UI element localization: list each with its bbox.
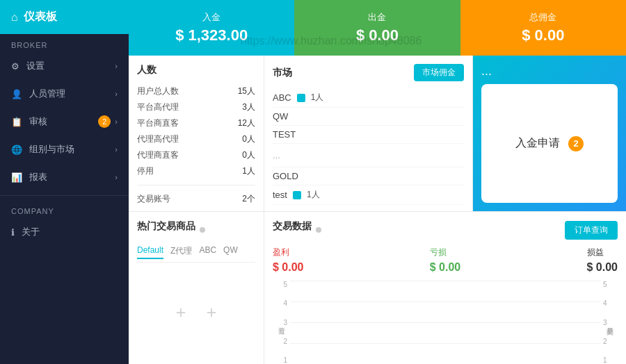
stat-agent-direct: 代理商直客 0人 — [137, 147, 255, 163]
chart-right: 5 4 3 2 1 交易量 — [445, 281, 618, 364]
stat-platform-direct: 平台商直客 12人 — [137, 115, 255, 131]
order-query-button[interactable]: 订单查询 — [565, 221, 618, 240]
hot-panel-header: 热门交易商品 — [137, 220, 255, 240]
main-content: 入金 $ 1,323.00 出金 $ 0.00 总佣金 $ 0.00 人数 用户… — [129, 0, 626, 364]
audit-label: 审核 — [29, 115, 47, 128]
chart-left-grid — [290, 281, 445, 364]
arrow-icon: › — [115, 145, 118, 154]
market-item-name: test — [273, 190, 287, 200]
stat-value: 0人 — [242, 133, 255, 145]
total-label: 总佣金 — [529, 11, 556, 24]
total-card: 总佣金 $ 0.00 — [460, 0, 626, 56]
stat-value: 1人 — [242, 165, 255, 177]
hot-tabs: Default Z代理 ABC QW — [137, 245, 255, 263]
gain-value: $ 0.00 — [587, 261, 618, 274]
withdraw-card: 出金 $ 0.00 — [294, 0, 460, 56]
market-item-test2: test 1人 — [273, 185, 464, 205]
market-item-test: TEST — [273, 126, 464, 144]
apply-panel: ... 入金申请 2 — [473, 56, 626, 211]
sidebar-item-audit[interactable]: 📋 审核 2 › — [0, 108, 129, 135]
groups-label: 组别与市场 — [29, 143, 74, 156]
market-dot — [293, 191, 301, 199]
sidebar-item-groups[interactable]: 🌐 组别与市场 › — [0, 135, 129, 163]
market-commission-button[interactable]: 市场佣金 — [414, 64, 464, 81]
deposit-label: 入金 — [202, 11, 220, 24]
audit-badge: 2 — [98, 115, 111, 128]
stat-label: 用户总人数 — [137, 85, 179, 97]
grid-line — [445, 322, 600, 323]
chart-icon: 📊 — [11, 172, 22, 183]
loss-value: $ 0.00 — [430, 261, 460, 274]
plus-icon-2: ＋ — [203, 301, 220, 323]
middle-row: 人数 用户总人数 15人 平台高代理 3人 平台商直客 12人 代理高代理 0人… — [129, 56, 626, 211]
profit-label: 盈利 — [273, 247, 303, 258]
stat-label: 停用 — [137, 165, 154, 177]
arrow-icon: › — [115, 90, 118, 98]
sidebar-item-users[interactable]: 👤 人员管理 › — [0, 80, 129, 108]
trade-status-dot — [316, 227, 321, 233]
arrow-icon: › — [115, 117, 118, 126]
grid-line — [445, 301, 600, 302]
market-count: 1人 — [311, 92, 324, 104]
withdraw-value: $ 0.00 — [356, 26, 399, 44]
trade-stats: 盈利 $ 0.00 亏损 $ 0.00 损益 $ 0.00 — [273, 247, 618, 274]
market-header: 市场 市场佣金 — [273, 64, 464, 81]
loss-label: 亏损 — [430, 247, 460, 258]
stat-total-users: 用户总人数 15人 — [137, 83, 255, 99]
stat-agent-high: 代理高代理 0人 — [137, 131, 255, 147]
users-panel: 人数 用户总人数 15人 平台高代理 3人 平台商直客 12人 代理高代理 0人… — [129, 56, 264, 211]
market-item-abc: ABC 1人 — [273, 88, 464, 108]
sidebar-item-reports[interactable]: 📊 报表 › — [0, 163, 129, 191]
grid-line — [290, 343, 445, 344]
plus-icon-1: ＋ — [172, 301, 189, 323]
arrow-icon: › — [115, 62, 118, 70]
stat-platform-high: 平台高代理 3人 — [137, 99, 255, 115]
market-item-name: TEST — [273, 129, 296, 140]
chart-left-axis: 5 4 3 2 1 — [273, 281, 290, 364]
stat-value: 3人 — [242, 101, 255, 113]
company-label: COMPANY — [0, 200, 129, 218]
market-count: 1人 — [307, 189, 320, 201]
trade-panel: 交易数据 订单查询 盈利 $ 0.00 亏损 $ 0.00 损益 $ 0.00 — [264, 212, 626, 364]
sidebar-item-settings[interactable]: ⚙ 设置 › — [0, 52, 129, 80]
hot-status-dot — [200, 227, 205, 233]
broker-label: BROKER — [0, 34, 129, 52]
apply-card[interactable]: 入金申请 2 — [481, 84, 618, 203]
sidebar: ⌂ 仪表板 BROKER ⚙ 设置 › 👤 人员管理 › 📋 审核 2 › 🌐 … — [0, 0, 129, 364]
market-item-name: ... — [273, 147, 280, 163]
reports-label: 报表 — [29, 171, 47, 183]
users-panel-title: 人数 — [137, 64, 255, 76]
stat-value: 12人 — [238, 117, 255, 129]
arrow-icon: › — [115, 173, 118, 181]
hot-title: 热门交易商品 — [137, 220, 195, 233]
withdraw-label: 出金 — [368, 11, 386, 24]
globe-icon: 🌐 — [11, 144, 22, 155]
about-label: 关于 — [22, 226, 40, 238]
settings-label: 设置 — [26, 60, 45, 72]
sidebar-header[interactable]: ⌂ 仪表板 — [0, 0, 129, 34]
users-label: 人员管理 — [29, 88, 65, 100]
sidebar-item-about[interactable]: ℹ 关于 — [0, 218, 129, 246]
grid-line — [290, 281, 445, 281]
apply-badge: 2 — [568, 136, 584, 151]
stat-disabled: 停用 1人 — [137, 163, 255, 179]
grid-line — [290, 322, 445, 323]
hot-tab-z[interactable]: Z代理 — [170, 245, 192, 259]
trade-account-value: 2个 — [242, 193, 255, 205]
apply-title: 入金申请 — [515, 136, 560, 151]
clipboard-icon: 📋 — [11, 117, 22, 127]
stat-label: 平台商直客 — [137, 117, 179, 129]
apply-dots: ... — [481, 64, 618, 78]
gain-stat: 损益 $ 0.00 — [587, 247, 618, 274]
hot-tab-qw[interactable]: QW — [223, 245, 238, 259]
hot-tab-default[interactable]: Default — [137, 245, 163, 259]
stat-label: 代理商直客 — [137, 149, 179, 161]
profit-stat: 盈利 $ 0.00 — [273, 247, 303, 274]
hot-tab-abc[interactable]: ABC — [199, 245, 216, 259]
stat-label: 平台高代理 — [137, 101, 179, 113]
trade-header: 交易数据 订单查询 — [273, 220, 618, 240]
grid-line — [445, 343, 600, 344]
deposit-card: 入金 $ 1,323.00 — [129, 0, 294, 56]
market-panel: 市场 市场佣金 ABC 1人 QW TEST ... GOLD test — [264, 56, 473, 211]
person-icon: 👤 — [11, 89, 22, 99]
